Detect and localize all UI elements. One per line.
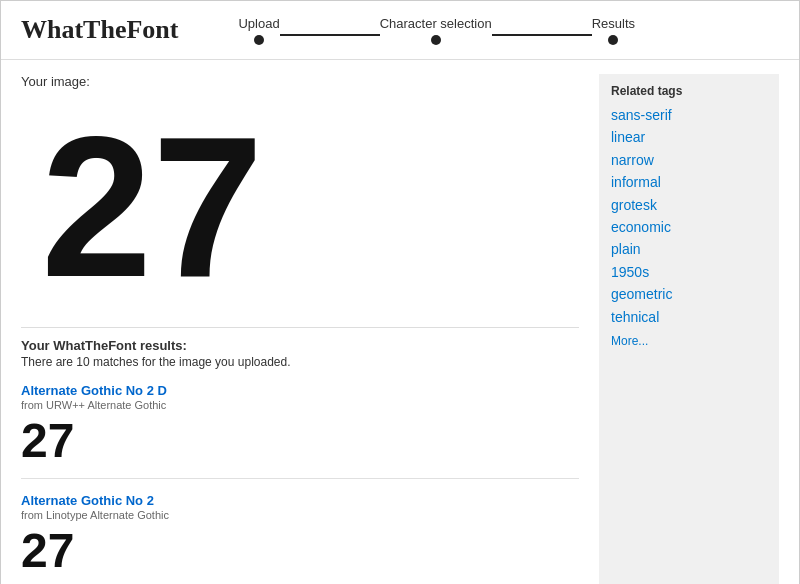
step-results: Results bbox=[592, 16, 635, 45]
image-preview: 27 bbox=[21, 97, 579, 317]
step-character: Character selection bbox=[380, 16, 492, 45]
nav-line-2 bbox=[492, 34, 592, 36]
your-image-label: Your image: bbox=[21, 74, 579, 89]
tag-link[interactable]: sans-serif bbox=[611, 104, 767, 126]
more-tags-link[interactable]: More... bbox=[611, 334, 767, 348]
step-character-label[interactable]: Character selection bbox=[380, 16, 492, 31]
left-panel: Your image: 27 Your WhatTheFont results:… bbox=[21, 74, 599, 584]
image-sample-text: 27 bbox=[41, 107, 263, 307]
font-from-2: from Linotype Alternate Gothic bbox=[21, 509, 579, 521]
step-upload-dot bbox=[254, 35, 264, 45]
font-from-1: from URW++ Alternate Gothic bbox=[21, 399, 579, 411]
header: WhatTheFont Upload Character selection R… bbox=[1, 1, 799, 55]
results-subtitle: There are 10 matches for the image you u… bbox=[21, 355, 579, 369]
tag-link[interactable]: narrow bbox=[611, 149, 767, 171]
step-results-label[interactable]: Results bbox=[592, 16, 635, 31]
tags-container: sans-seriflinearnarrowinformalgroteskeco… bbox=[611, 104, 767, 328]
font-name-link-2[interactable]: Alternate Gothic No 2 bbox=[21, 493, 154, 508]
nav-line-1 bbox=[280, 34, 380, 36]
related-tags-title: Related tags bbox=[611, 84, 767, 98]
step-upload: Upload bbox=[238, 16, 279, 45]
tag-link[interactable]: plain bbox=[611, 238, 767, 260]
logo[interactable]: WhatTheFont bbox=[21, 15, 178, 45]
header-divider bbox=[1, 59, 799, 60]
results-title: Your WhatTheFont results: bbox=[21, 338, 579, 353]
tag-link[interactable]: economic bbox=[611, 216, 767, 238]
tag-link[interactable]: informal bbox=[611, 171, 767, 193]
right-panel: Related tags sans-seriflinearnarrowinfor… bbox=[599, 74, 779, 584]
font-sample-1: 27 bbox=[21, 415, 579, 468]
font-sample-2: 27 bbox=[21, 525, 579, 578]
nav-steps: Upload Character selection Results bbox=[238, 16, 635, 45]
font-name-link-1[interactable]: Alternate Gothic No 2 D bbox=[21, 383, 167, 398]
tag-link[interactable]: geometric bbox=[611, 283, 767, 305]
results-divider bbox=[21, 327, 579, 328]
tag-link[interactable]: linear bbox=[611, 126, 767, 148]
tag-link[interactable]: tehnical bbox=[611, 306, 767, 328]
step-character-dot bbox=[431, 35, 441, 45]
main-content: Your image: 27 Your WhatTheFont results:… bbox=[1, 64, 799, 584]
step-results-dot bbox=[608, 35, 618, 45]
font-result-1: Alternate Gothic No 2 D from URW++ Alter… bbox=[21, 383, 579, 479]
step-upload-label[interactable]: Upload bbox=[238, 16, 279, 31]
font-result-2: Alternate Gothic No 2 from Linotype Alte… bbox=[21, 493, 579, 584]
tag-link[interactable]: grotesk bbox=[611, 194, 767, 216]
tag-link[interactable]: 1950s bbox=[611, 261, 767, 283]
